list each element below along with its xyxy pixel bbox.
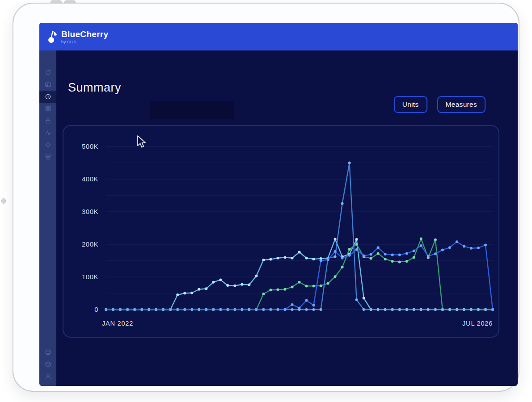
- sidebar-item-package[interactable]: [39, 358, 56, 370]
- series-spike: [105, 162, 494, 311]
- sidebar-item-lock[interactable]: [39, 115, 56, 127]
- sidebar-item-grid[interactable]: [39, 103, 56, 115]
- series-royal-marker: [255, 308, 258, 311]
- sidebar-item-image[interactable]: [39, 79, 56, 91]
- sidebar-item-clock[interactable]: [39, 91, 56, 103]
- brand-byline: by CGS: [61, 40, 108, 44]
- series-royal-marker: [233, 308, 236, 311]
- series-royal-marker: [370, 253, 372, 256]
- series-royal-marker: [112, 308, 114, 311]
- series-royal-marker: [355, 248, 358, 251]
- series-spike-marker: [484, 308, 487, 311]
- app-header: BlueCherry by CGS: [39, 23, 518, 50]
- series-spike-marker: [413, 308, 415, 311]
- y-tick-label: 0: [94, 306, 98, 313]
- series-royal-marker: [148, 308, 150, 311]
- brand-name: BlueCherry: [61, 29, 108, 39]
- series-royal-marker: [155, 308, 157, 311]
- series-green-marker: [262, 293, 265, 295]
- user-icon: [45, 373, 51, 380]
- x-tick-label-start: JAN 2022: [102, 320, 133, 327]
- series-green-marker: [327, 282, 329, 285]
- series-sky-marker: [312, 258, 315, 260]
- series-spike-marker: [355, 298, 358, 301]
- series-royal-marker: [219, 308, 222, 311]
- series-spike-marker: [441, 308, 444, 311]
- sidebar-item-printer[interactable]: [39, 346, 56, 358]
- series-sky-marker: [219, 279, 222, 281]
- series-spike-marker: [434, 308, 437, 311]
- x-axis-labels: JAN 2022JUL 2026: [102, 320, 493, 327]
- main-content: Summary Units Measures 0100K200K300K400K…: [56, 50, 518, 386]
- sidebar-item-sync[interactable]: [39, 67, 56, 79]
- series-royal-marker: [305, 299, 308, 302]
- series-green: [105, 238, 494, 311]
- sidebar-item-archive[interactable]: [39, 151, 56, 163]
- sidebar-top-group: [39, 67, 56, 163]
- sidebar-item-diamond[interactable]: [39, 139, 56, 151]
- series-royal-marker: [427, 255, 430, 257]
- y-tick-label: 200K: [82, 240, 98, 248]
- series-spike-marker: [405, 308, 408, 311]
- sidebar-item-user[interactable]: [39, 370, 56, 382]
- printer-icon: [45, 349, 51, 356]
- image-icon: [45, 81, 51, 88]
- y-tick-label: 400K: [82, 175, 98, 183]
- series-sky-marker: [298, 251, 301, 254]
- series-spike-marker: [448, 308, 451, 311]
- device-side-button: [1, 198, 6, 204]
- measures-button[interactable]: Measures: [437, 96, 486, 113]
- diamond-icon: [45, 142, 51, 148]
- series-green-marker: [391, 260, 394, 263]
- sidebar-item-activity[interactable]: [39, 127, 56, 139]
- series-royal-marker: [276, 308, 279, 311]
- series-royal-marker: [269, 308, 272, 311]
- series-sky-marker: [233, 285, 236, 287]
- archive-icon: [45, 154, 51, 160]
- series-green-marker: [298, 281, 301, 284]
- series-sky-marker: [241, 283, 243, 286]
- series-spike-marker: [456, 308, 458, 311]
- series-green-marker: [405, 260, 408, 263]
- series-green-marker: [377, 252, 380, 255]
- series-spike-marker: [470, 308, 473, 311]
- series-sky-marker: [363, 297, 365, 299]
- sync-icon: [45, 69, 51, 76]
- gridlines: [106, 147, 494, 310]
- series-royal-marker: [262, 308, 265, 311]
- units-button[interactable]: Units: [394, 96, 427, 113]
- page-title: Summary: [68, 81, 121, 95]
- y-tick-label: 300K: [82, 208, 98, 215]
- series-green-marker: [355, 243, 358, 246]
- series-sky-marker: [269, 258, 272, 261]
- series-green-marker: [370, 257, 372, 260]
- toolbar: Units Measures: [394, 96, 486, 113]
- series-royal-marker: [226, 308, 229, 311]
- y-tick-label: 500K: [82, 142, 98, 150]
- activity-icon: [45, 130, 51, 136]
- clock-icon: [45, 93, 51, 100]
- series-green-marker: [384, 258, 387, 260]
- series-royal-marker: [434, 252, 437, 255]
- series-sky-marker: [198, 288, 200, 291]
- series-sky-marker: [176, 293, 179, 296]
- series-royal-marker: [190, 308, 193, 311]
- x-tick-label-end: JUL 2026: [462, 320, 493, 327]
- series-green-marker: [284, 288, 287, 291]
- series-royal-marker: [291, 303, 294, 306]
- series-green-marker: [320, 285, 322, 287]
- series-sky-marker: [212, 281, 215, 284]
- series-sky-marker: [284, 256, 287, 259]
- series-spike-line: [106, 163, 493, 310]
- series-royal-marker: [334, 250, 337, 253]
- series-green-marker: [434, 239, 437, 241]
- series-royal-marker: [169, 308, 172, 311]
- y-tick-label: 100K: [82, 273, 98, 281]
- series-green-marker: [291, 286, 294, 289]
- page: BlueCherry by CGS Summary Units Measures: [0, 0, 532, 402]
- series-green-marker: [413, 256, 415, 259]
- series-sky-marker: [183, 292, 186, 295]
- series-royal-marker: [140, 308, 143, 311]
- series-royal-marker: [105, 308, 107, 311]
- series-sky-marker: [276, 257, 279, 260]
